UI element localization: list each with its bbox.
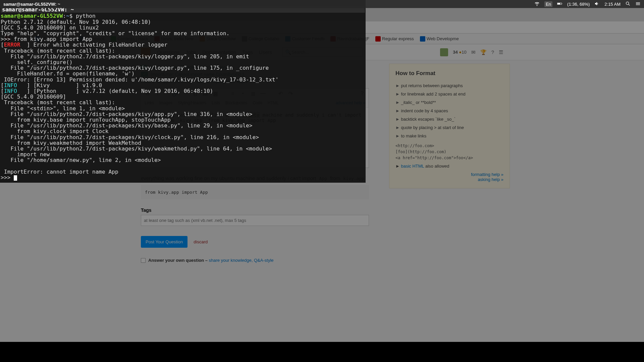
answer-own-row: Answer your own question – share your kn… [141, 258, 369, 263]
bookmark-item[interactable]: Regular express [375, 36, 414, 42]
reputation[interactable]: 34 ●10 [453, 50, 466, 55]
terminal-cursor [14, 175, 17, 181]
format-tip: put returns between paragraphs [395, 81, 503, 90]
tags-label: Tags [141, 207, 369, 213]
format-tip: indent code by 4 spaces [395, 107, 503, 115]
format-title: How to Format [395, 70, 503, 77]
how-to-format-box: How to Format put returns between paragr… [389, 64, 510, 188]
format-tip: backtick escapes `like _so_` [395, 115, 503, 123]
basic-html-link[interactable]: basic HTML [401, 164, 424, 169]
answer-own-link[interactable]: share your knowledge, Q&A-style [209, 258, 274, 263]
answer-own-checkbox[interactable] [141, 258, 146, 263]
format-tip: _italic_ or **bold** [395, 98, 503, 107]
format-tip: quote by placing > at start of line [395, 123, 503, 132]
avatar-icon[interactable] [440, 48, 448, 56]
volume-icon[interactable] [594, 1, 600, 7]
svg-line-4 [629, 4, 630, 5]
format-tip: to make links [395, 132, 503, 140]
terminal-window[interactable]: samar@samar-GL552VW: ~samar@samar-GL552V… [0, 0, 366, 183]
inbox-icon[interactable]: ✉ [471, 49, 476, 55]
menu-icon[interactable] [635, 1, 641, 7]
link-examples: <http://foo.com> [foo](http://foo.com) <… [395, 143, 503, 161]
wifi-icon[interactable] [534, 1, 540, 7]
discard-link[interactable]: discard [194, 239, 208, 244]
svg-point-3 [626, 2, 629, 4]
clock: 2:15 AM [604, 2, 621, 7]
post-question-button[interactable]: Post Your Question [141, 236, 187, 248]
format-tip: for linebreak add 2 spaces at end [395, 90, 503, 98]
window-title: samar@samar-GL552VW: ~ [3, 2, 60, 7]
achievements-icon[interactable]: 🏆 [480, 49, 487, 55]
battery-text: (1:36, 68%) [567, 2, 590, 7]
mac-menubar: samar@samar-GL552VW: ~ En (1:36, 68%) 2:… [0, 0, 644, 8]
battery-icon[interactable] [557, 1, 562, 7]
footer-blackbar [0, 342, 644, 362]
tags-input[interactable] [141, 215, 369, 226]
bookmark-item[interactable]: Web Developme [420, 36, 459, 42]
formatting-help-link[interactable]: formatting help » [395, 172, 503, 177]
code-block: from kivy.app import App [141, 185, 369, 200]
help-icon[interactable]: ? [491, 49, 494, 55]
spotlight-icon[interactable] [625, 1, 631, 7]
asking-help-link[interactable]: asking help » [395, 177, 503, 182]
hamburger-icon[interactable]: ☰ [499, 49, 503, 55]
lang-indicator[interactable]: En [544, 1, 552, 7]
svg-rect-2 [557, 3, 560, 4]
svg-rect-1 [561, 3, 562, 4]
